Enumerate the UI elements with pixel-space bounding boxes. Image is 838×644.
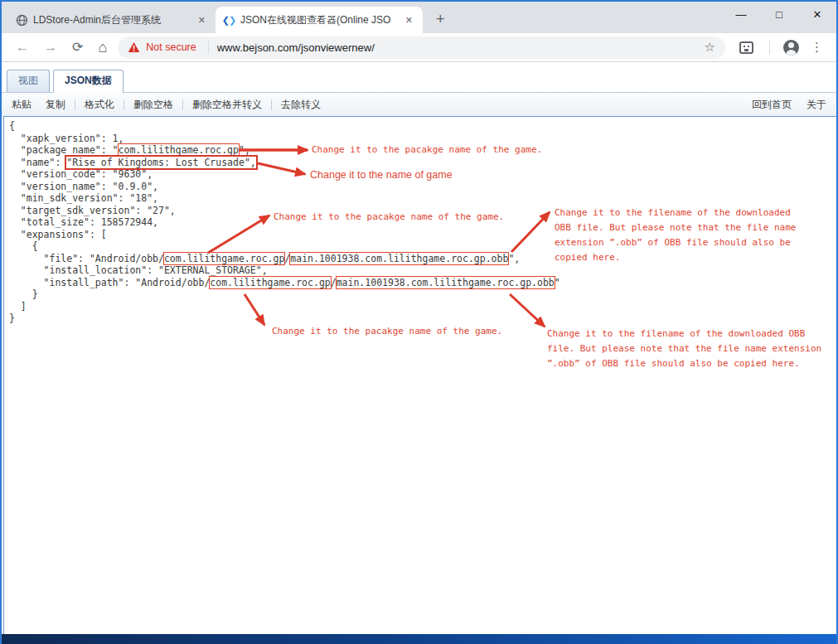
browser-tab-ldstore[interactable]: LDStore-Admin后台管理系统 ✕	[8, 7, 216, 33]
remove-spaces-button[interactable]: 删除空格	[132, 98, 175, 112]
back-to-home-link[interactable]: 回到首页	[750, 98, 793, 112]
paste-button[interactable]: 粘贴	[10, 98, 33, 112]
toolbar-separator	[124, 99, 124, 110]
annotation-file-obb: Change it to the filename of the downloa…	[555, 206, 796, 265]
browser-window: LDStore-Admin后台管理系统 ✕ ❮❯ JSON在线视图查看器(Onl…	[0, 0, 838, 644]
forward-icon[interactable]: →	[36, 41, 65, 54]
tab-strip: LDStore-Admin后台管理系统 ✕ ❮❯ JSON在线视图查看器(Onl…	[2, 2, 836, 33]
json-editor-area[interactable]: { "xapk_version": 1, "package_name": "co…	[3, 116, 838, 636]
format-button[interactable]: 格式化	[83, 98, 116, 112]
browser-tab-json-viewer[interactable]: ❮❯ JSON在线视图查看器(Online JSO ✕	[216, 7, 423, 33]
bottom-taskbar-edge	[2, 634, 836, 644]
toolbar-separator	[182, 99, 183, 110]
globe-icon	[15, 13, 28, 27]
bookmark-star-icon[interactable]: ☆	[705, 40, 715, 55]
tab-title: LDStore-Admin后台管理系统	[33, 13, 190, 27]
tab-close-icon[interactable]: ✕	[195, 13, 209, 27]
url-text[interactable]: www.bejson.com/jsonviewernew/	[217, 41, 698, 54]
maximize-button[interactable]: □	[760, 2, 798, 27]
browser-menu-icon[interactable]: ⋮	[804, 40, 830, 55]
editor-toolbar: 粘贴 复制 格式化 删除空格 删除空格并转义 去除转义 回到首页 关于	[2, 93, 836, 116]
annotation-installpath-obb: Change it to the filename of the downloa…	[547, 327, 821, 371]
not-secure-label[interactable]: Not secure	[146, 41, 196, 53]
toolbar-divider	[769, 41, 770, 54]
new-tab-button[interactable]: +	[431, 11, 450, 28]
back-icon[interactable]: ←	[8, 41, 36, 54]
annotation-installpath-package: Change it to the pacakge name of the gam…	[272, 326, 502, 337]
tab-view[interactable]: 视图	[7, 70, 50, 92]
annotation-game-name: Change it to the name of game	[310, 169, 453, 181]
annotation-package-name: Change it to the pacakge name of the gam…	[312, 144, 542, 156]
remove-spaces-escape-button[interactable]: 删除空格并转义	[191, 98, 264, 112]
copy-button[interactable]: 复制	[44, 98, 67, 112]
page-tab-bar: 视图 JSON数据	[2, 61, 836, 93]
json-brackets-icon: ❮❯	[222, 13, 235, 27]
unescape-button[interactable]: 去除转义	[279, 98, 322, 112]
minimize-button[interactable]: —	[722, 2, 760, 27]
close-button[interactable]: ✕	[798, 2, 836, 27]
tab-json-data[interactable]: JSON数据	[53, 70, 124, 93]
toolbar-separator	[75, 99, 75, 110]
reload-icon[interactable]: ⟳	[65, 41, 90, 54]
extension-icon[interactable]	[739, 41, 753, 54]
window-controls: — □ ✕	[722, 2, 836, 27]
home-icon[interactable]: ⌂	[90, 40, 114, 55]
tab-close-icon[interactable]: ✕	[402, 13, 416, 27]
about-link[interactable]: 关于	[805, 98, 828, 112]
profile-avatar[interactable]	[783, 40, 799, 56]
tab-title: JSON在线视图查看器(Online JSO	[240, 13, 397, 27]
not-secure-warning-icon	[128, 41, 140, 53]
annotation-file-package: Change it to the pacakge name of the gam…	[274, 211, 504, 223]
toolbar-separator	[271, 99, 272, 110]
address-bar: ← → ⟳ ⌂ Not secure www.bejson.com/jsonvi…	[2, 33, 836, 61]
url-divider	[208, 41, 209, 54]
url-field[interactable]: Not secure www.bejson.com/jsonviewernew/…	[118, 36, 725, 59]
